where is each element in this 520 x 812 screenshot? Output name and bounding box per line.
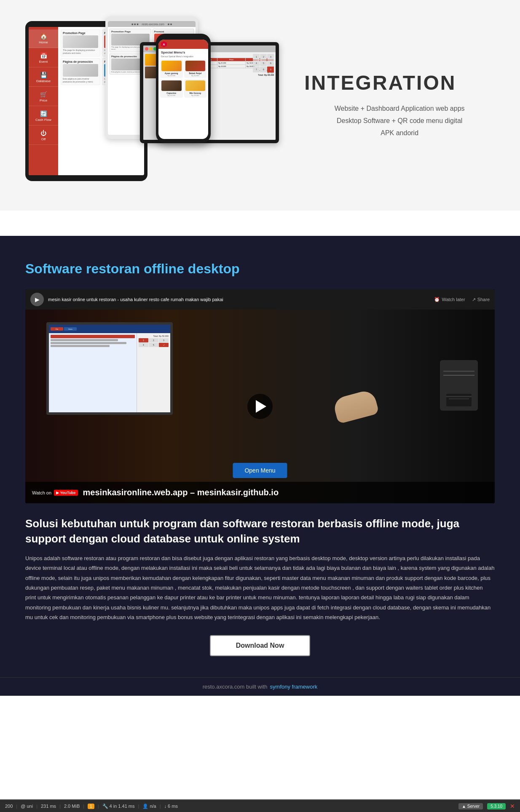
integration-title: INTEGRATION	[304, 71, 495, 94]
video-top-bar: ▶ mesin kasir online untuk restoran - us…	[25, 289, 495, 310]
unit-info: @ uni	[21, 804, 33, 809]
cashflow-icon: 🔄	[40, 110, 47, 117]
desktop-min-btn	[149, 47, 153, 51]
channel-title: mesin kasir online untuk restoran - usah…	[48, 296, 430, 302]
angular-logo: A	[161, 41, 167, 47]
sidebar-nav-event[interactable]: 📅 Event	[29, 49, 58, 67]
video-url: mesinkasironline.web.app – mesinkasir.gi…	[83, 488, 279, 497]
monitor-right: Total: Rp 50.000 1 2 3 4 5 ✓	[137, 333, 170, 412]
bebek-img	[185, 61, 206, 71]
menu-item-bebek: Bebek Petjel Rp 30.000	[184, 59, 207, 78]
monitor-left	[49, 333, 137, 412]
monitor-keypad: 1 2 3 4 5 ✓	[139, 338, 169, 347]
video-bottom-overlay: Watch on ▶ YouTube mesinkasironline.web.…	[25, 482, 495, 503]
watch-later-btn[interactable]: ⏰ Watch later	[434, 297, 465, 302]
event-icon: 📅	[40, 52, 47, 59]
database-icon: 💾	[40, 72, 47, 78]
software-body: Unipos adalah software restoran atau pro…	[25, 553, 495, 622]
price-icon: 🛒	[40, 91, 47, 98]
footer: resto.axcora.com built with symfony fram…	[0, 677, 520, 696]
phone-device: A Special Menu's Get our Special Menu's …	[156, 34, 211, 143]
menu-item-mie: Mie Goreng Rp 18.000	[184, 79, 207, 98]
menu-item-ayam: Ayam goreng Rp 25.000	[160, 59, 183, 78]
response-time: 231 ms	[41, 804, 56, 809]
monitor-menubar: File Order	[49, 325, 170, 333]
sidebar-nav-price[interactable]: 🛒 Price	[29, 88, 58, 106]
watch-on-youtube[interactable]: Watch on ▶ YouTube	[32, 490, 78, 496]
youtube-logo: ▶ YouTube	[54, 490, 78, 496]
phone-menu-grid: Ayam goreng Rp 25.000 Bebek Petjel Rp 30…	[158, 59, 208, 98]
devices-container: 🏠 Home 📅 Event 💾 Database 🛒 Price	[25, 17, 279, 194]
promo-card-1: Promotion Page This page for displaying …	[61, 29, 100, 56]
channel-avatar: ▶	[30, 293, 44, 306]
promo-img-1	[63, 35, 98, 48]
monitor-screen: File Order Total: Rp 50.000	[49, 325, 170, 412]
phone-screen: A Special Menu's Get our Special Menu's …	[158, 40, 208, 139]
home-icon: 🏠	[40, 33, 47, 40]
mie-img	[185, 80, 206, 91]
phone-menu-subtitle: Get our Special Menu's Integration	[158, 55, 208, 59]
timing-info: ↓ 6 ms	[164, 804, 178, 809]
video-monitor: File Order Total: Rp 50.000	[46, 322, 173, 415]
promo-img-3	[63, 64, 98, 77]
ipad-address-bar: ■ ■ ■ resto.axcora.com ■ ■	[108, 21, 196, 27]
desktop-keypad: 1 2 3 4 5 6 7 8 0	[253, 54, 274, 72]
ayam-img	[161, 61, 182, 71]
bar-right-actions: ▲ Server 5.3.10 ✕	[458, 803, 515, 809]
open-menu-button[interactable]: Open Menu	[233, 463, 287, 478]
integration-section: 🏠 Home 📅 Event 💾 Database 🛒 Price	[0, 0, 520, 211]
sidebar-nav-database[interactable]: 💾 Database	[29, 68, 58, 87]
play-triangle-icon	[256, 400, 266, 413]
server-button[interactable]: ▲ Server	[458, 803, 483, 809]
error-badge: 1	[88, 804, 94, 809]
user-info: 👤 n/a	[142, 804, 156, 809]
software-title: Software restoran offline desktop	[25, 261, 495, 277]
footer-text: resto.axcora.com built with	[203, 684, 268, 690]
printer-graphic	[440, 360, 478, 411]
power-icon: ⏻	[40, 130, 46, 136]
channel-info: mesin kasir online untuk restoran - usah…	[48, 296, 430, 302]
memory-size: 2.0 MiB	[64, 804, 80, 809]
capucino-img	[161, 80, 182, 91]
phone-header: A	[158, 40, 208, 49]
menu-item-capucino: Capucino Rp 15.000	[160, 79, 183, 98]
sidebar-nav-home[interactable]: 🏠 Home	[29, 29, 58, 48]
clock-icon: ⏰	[434, 297, 440, 302]
video-top-actions: ⏰ Watch later ↗ Share	[434, 297, 490, 302]
status-code: 200	[5, 804, 13, 809]
browser-status-bar: 200 | @ uni | 231 ms | 2.0 MiB | 1 | 🔧 4…	[0, 799, 520, 812]
phone-notch	[175, 35, 192, 39]
promo-card-3: Página de promoción Esta página es para …	[61, 58, 100, 85]
phone-menu-title: Special Menu's	[158, 49, 208, 55]
desktop-close-btn	[145, 47, 148, 51]
video-thumbnail[interactable]: File Order Total: Rp 50.000	[25, 310, 495, 503]
share-btn[interactable]: ↗ Share	[472, 297, 490, 302]
spacer	[0, 211, 520, 236]
download-button[interactable]: Download Now	[210, 635, 311, 656]
integration-desc: Website + Dashboard Application web apps…	[304, 103, 495, 139]
sidebar-nav-cashflow[interactable]: 🔄 Cash Flow	[29, 107, 58, 126]
integration-text: INTEGRATION Website + Dashboard Applicat…	[296, 71, 495, 139]
close-bar-button[interactable]: ✕	[510, 803, 515, 809]
monitor-content: Total: Rp 50.000 1 2 3 4 5 ✓	[49, 333, 170, 412]
share-icon: ↗	[472, 297, 476, 302]
play-button[interactable]	[247, 394, 273, 419]
queries-info: 🔧 4 in 1.41 ms	[102, 804, 135, 809]
footer-link[interactable]: symfony framework	[270, 684, 318, 690]
version-button[interactable]: 5.3.10	[487, 803, 506, 809]
tablet-sidebar: 🏠 Home 📅 Event 💾 Database 🛒 Price	[29, 27, 58, 175]
software-headline: Solusi kebutuhan untuk program dan softw…	[25, 516, 495, 547]
sidebar-nav-off[interactable]: ⏻ Off	[29, 126, 58, 145]
video-container[interactable]: ▶ mesin kasir online untuk restoran - us…	[25, 289, 495, 503]
printer-slot	[443, 371, 474, 372]
software-section: Software restoran offline desktop ▶ mesi…	[0, 236, 520, 677]
